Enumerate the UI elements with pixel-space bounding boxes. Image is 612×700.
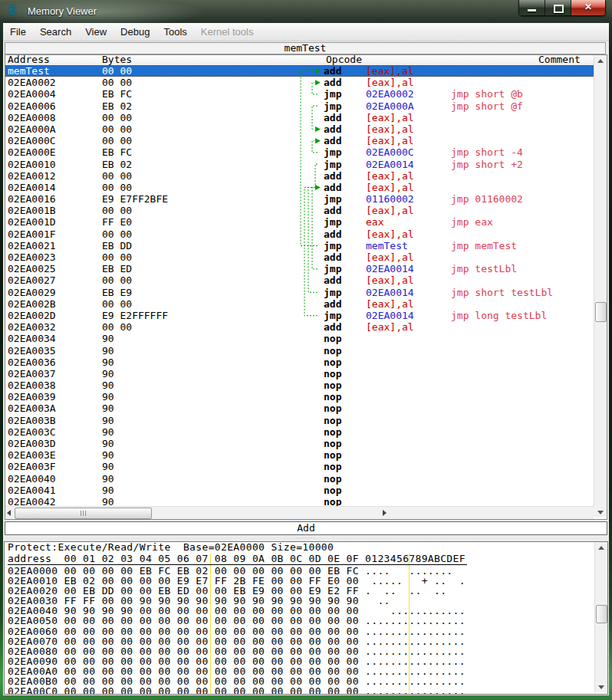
add-button[interactable]: Add bbox=[5, 521, 607, 535]
hex-row[interactable]: 02EA00C0 00 00 00 00 00 00 00 00 00 00 0… bbox=[8, 686, 466, 695]
disassembly-row[interactable]: 02EA000EEB FCjmp02EA000Cjmp short -4 bbox=[5, 146, 594, 158]
menu-debug[interactable]: Debug bbox=[114, 24, 156, 40]
hex-row[interactable]: 02EA0090 00 00 00 00 00 00 00 00 00 00 0… bbox=[8, 656, 466, 666]
row-bytes: 90 bbox=[102, 473, 114, 485]
disassembly-row[interactable]: 02EA003790nop bbox=[5, 368, 594, 380]
menu-tools[interactable]: Tools bbox=[156, 24, 193, 40]
disassembly-row[interactable]: 02EA0004EB FCjmp02EA0002jmp short @b bbox=[5, 88, 594, 100]
row-bytes: 90 bbox=[102, 485, 114, 496]
disassembly-row[interactable]: 02EA001F00 00add[eax],al bbox=[5, 228, 594, 240]
row-address: 02EA0004 bbox=[8, 88, 56, 100]
disassembly-row[interactable]: 02EA0016E9 E7FF2BFEjmp01160002jmp 011600… bbox=[5, 193, 594, 205]
disassembly-row[interactable]: 02EA002300 00add[eax],al bbox=[5, 251, 594, 263]
disassembly-row[interactable]: 02EA002B00 00add[eax],al bbox=[5, 298, 594, 310]
disassembly-rows[interactable]: memTest00 00add[eax],al02EA000200 00add[… bbox=[5, 65, 594, 507]
hex-row[interactable]: 02EA0050 00 00 00 00 00 00 00 00 00 00 0… bbox=[8, 616, 466, 626]
row-bytes: 90 bbox=[102, 415, 114, 426]
scroll-down-button[interactable] bbox=[595, 682, 607, 692]
disassembly-row[interactable]: 02EA000A00 00add[eax],al bbox=[5, 123, 594, 135]
disassembly-row[interactable]: 02EA000800 00add[eax],al bbox=[5, 112, 594, 123]
disassembly-horizontal-scrollbar[interactable] bbox=[5, 506, 594, 519]
hex-row[interactable]: 02EA0080 00 00 00 00 00 00 00 00 00 00 0… bbox=[8, 646, 466, 656]
hex-rows[interactable]: 02EA0000 00 00 00 00 EB FC EB 02 00 00 0… bbox=[8, 566, 466, 695]
hex-view-panel[interactable]: Protect:Execute/Read/Write Base=02EA0000… bbox=[4, 541, 608, 695]
title-bar[interactable]: € Memory Viewer ✕ bbox=[0, 0, 612, 23]
row-bytes: 90 bbox=[102, 333, 114, 344]
close-button[interactable]: ✕ bbox=[571, 0, 605, 15]
disassembly-vertical-scrollbar[interactable] bbox=[594, 55, 607, 518]
hex-row[interactable]: 02EA0060 00 00 00 00 00 00 00 00 00 00 0… bbox=[8, 626, 466, 636]
disassembly-row[interactable]: 02EA001400 00add[eax],al bbox=[5, 182, 594, 193]
disassembly-row[interactable]: 02EA0021EB DDjmpmemTestjmp memTest bbox=[5, 240, 594, 251]
row-mnemonic: add bbox=[324, 77, 341, 88]
disassembly-row[interactable]: 02EA003E90nop bbox=[5, 449, 594, 461]
disassembly-row[interactable]: 02EA000C00 00add[eax],al bbox=[5, 135, 594, 146]
row-operand: 02EA000A bbox=[366, 100, 414, 112]
hscrollbar-thumb[interactable] bbox=[15, 508, 152, 519]
minimize-icon bbox=[528, 9, 536, 12]
row-bytes: 90 bbox=[102, 438, 114, 449]
row-mnemonic: nop bbox=[324, 345, 341, 357]
disassembly-row[interactable]: memTest00 00add[eax],al bbox=[5, 65, 594, 77]
disassembly-row[interactable]: 02EA003D90nop bbox=[5, 438, 594, 449]
disassembly-row[interactable]: 02EA003C90nop bbox=[5, 426, 594, 438]
minimize-button[interactable] bbox=[519, 0, 545, 15]
row-mnemonic: jmp bbox=[324, 287, 341, 298]
disassembly-row[interactable]: 02EA003200 00add[eax],al bbox=[5, 321, 594, 333]
disassembly-row[interactable]: 02EA003490nop bbox=[5, 333, 594, 344]
row-address: 02EA003D bbox=[8, 438, 56, 449]
disassembly-row[interactable]: 02EA003B90nop bbox=[5, 415, 594, 426]
row-operand: memTest bbox=[366, 240, 408, 251]
disassembly-row[interactable]: 02EA004290nop bbox=[5, 496, 594, 507]
row-mnemonic: jmp bbox=[324, 146, 341, 158]
disassembly-row[interactable]: 02EA003A90nop bbox=[5, 403, 594, 414]
menu-view[interactable]: View bbox=[78, 24, 114, 40]
disassembly-row[interactable]: 02EA001B00 00add[eax],al bbox=[5, 205, 594, 216]
disassembly-row[interactable]: 02EA003590nop bbox=[5, 345, 594, 357]
disassembly-row[interactable]: 02EA003F90nop bbox=[5, 461, 594, 472]
column-header-bytes: Bytes bbox=[102, 54, 132, 64]
maximize-icon bbox=[554, 5, 564, 13]
disassembly-row[interactable]: 02EA004090nop bbox=[5, 473, 594, 485]
hex-row[interactable]: 02EA0070 00 00 00 00 00 00 00 00 00 00 0… bbox=[8, 636, 466, 646]
scrollbar-thumb[interactable] bbox=[596, 605, 607, 623]
row-bytes: EB 02 bbox=[102, 159, 132, 170]
scroll-up-button[interactable] bbox=[595, 542, 607, 553]
disassembly-panel[interactable]: AddressBytesOpcodeComment memTest00 00ad… bbox=[5, 54, 607, 520]
scroll-right-button[interactable] bbox=[383, 510, 387, 516]
disassembly-row[interactable]: 02EA003990nop bbox=[5, 391, 594, 403]
scroll-up-button[interactable] bbox=[594, 55, 607, 66]
scroll-left-button[interactable] bbox=[7, 510, 11, 516]
row-bytes: 90 bbox=[102, 426, 114, 438]
row-comment: jmp short testLbl bbox=[451, 287, 553, 298]
window-title: Memory Viewer bbox=[28, 5, 97, 17]
row-bytes: 00 00 bbox=[102, 228, 132, 240]
row-mnemonic: jmp bbox=[324, 193, 341, 205]
row-operand: 02EA0014 bbox=[366, 159, 414, 170]
disassembly-row[interactable]: 02EA0006EB 02jmp02EA000Ajmp short @f bbox=[5, 100, 594, 112]
menu-search[interactable]: Search bbox=[33, 24, 78, 40]
row-comment: jmp short @f bbox=[451, 100, 523, 112]
menu-file[interactable]: File bbox=[3, 24, 33, 40]
disassembly-row[interactable]: 02EA000200 00add[eax],al bbox=[5, 77, 594, 88]
row-address: 02EA003F bbox=[8, 461, 56, 472]
disassembly-row[interactable]: 02EA003890nop bbox=[5, 380, 594, 391]
disassembly-row[interactable]: 02EA0010EB 02jmp02EA0014jmp short +2 bbox=[5, 159, 594, 170]
hex-vertical-scrollbar[interactable] bbox=[594, 542, 607, 692]
disassembly-row[interactable]: 02EA001DFF E0jmpeaxjmp eax bbox=[5, 216, 594, 228]
disassembly-row[interactable]: 02EA001200 00add[eax],al bbox=[5, 170, 594, 182]
disassembly-row[interactable]: 02EA0025EB EDjmp02EA0014jmp testLbl bbox=[5, 263, 594, 274]
scroll-down-button[interactable] bbox=[594, 507, 607, 518]
disassembly-row[interactable]: 02EA003690nop bbox=[5, 357, 594, 368]
disassembly-row[interactable]: 02EA0029EB E9jmp02EA0014jmp short testLb… bbox=[5, 287, 594, 298]
disassembly-row[interactable]: 02EA004190nop bbox=[5, 485, 594, 496]
row-address: 02EA001D bbox=[8, 216, 56, 228]
scrollbar-thumb[interactable] bbox=[595, 302, 607, 322]
disassembly-row[interactable]: 02EA002DE9 E2FFFFFFjmp02EA0014jmp long t… bbox=[5, 310, 594, 321]
row-operand: [eax],al bbox=[366, 77, 414, 88]
disassembly-row[interactable]: 02EA002700 00add[eax],al bbox=[5, 274, 594, 286]
maximize-button[interactable] bbox=[545, 0, 571, 15]
row-bytes: 00 00 bbox=[102, 65, 132, 77]
panel-splitter[interactable]: ······· bbox=[3, 535, 609, 541]
row-address: 02EA000C bbox=[8, 135, 56, 146]
